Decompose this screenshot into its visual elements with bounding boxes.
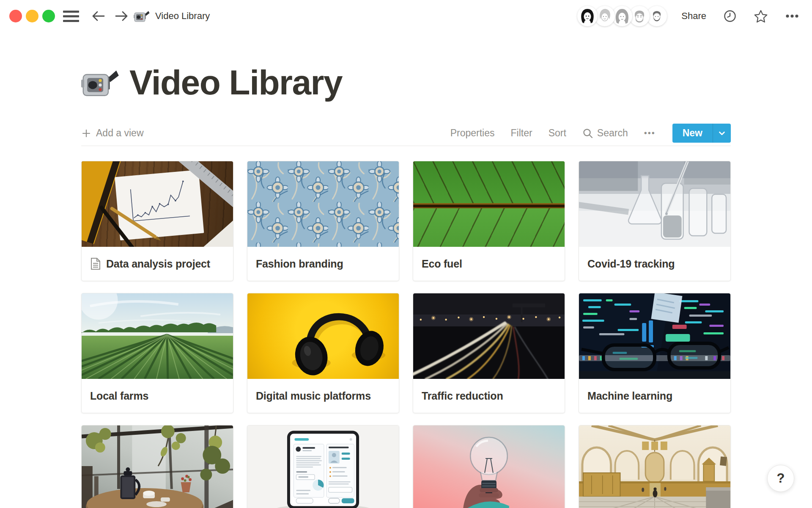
- thumbnail-tablet-dashboard: [247, 425, 399, 508]
- thumbnail-code-glasses: [579, 293, 730, 379]
- card-lightbulb-idea[interactable]: [413, 425, 565, 508]
- thumbnail-desk-chart: [82, 161, 233, 247]
- avatar[interactable]: [629, 6, 650, 26]
- new-button[interactable]: New: [672, 124, 713, 143]
- thumbnail-farm-field: [82, 293, 233, 379]
- card-digital-music[interactable]: Digital music platforms: [247, 293, 399, 413]
- card-traffic-reduction[interactable]: Traffic reduction: [413, 293, 565, 413]
- document-icon: [90, 257, 101, 270]
- search-icon: [582, 128, 593, 139]
- sidebar-menu-icon[interactable]: [63, 11, 79, 22]
- chevron-down-icon: [717, 129, 727, 138]
- thumbnail-lab-glassware: [579, 161, 730, 247]
- card-title: Traffic reduction: [422, 390, 503, 402]
- help-label: ?: [777, 471, 785, 486]
- thumbnail-hand-lightbulb: [413, 425, 565, 508]
- card-tablet-dashboard[interactable]: [247, 425, 399, 508]
- thumbnail-headphones: [247, 293, 399, 379]
- thumbnail-highway-night: [413, 293, 565, 379]
- thumbnail-floral-pattern: [247, 161, 399, 247]
- thumbnail-greenhouse-cafe: [82, 425, 233, 508]
- card-fashion-branding[interactable]: Fashion branding: [247, 161, 399, 281]
- avatar[interactable]: [612, 6, 632, 26]
- add-view-button[interactable]: Add a view: [81, 127, 144, 139]
- card-title: Digital music platforms: [256, 390, 371, 402]
- help-button[interactable]: ?: [767, 465, 794, 492]
- page-title: Video Library: [129, 62, 342, 103]
- favorite-star-icon[interactable]: [754, 9, 768, 23]
- card-title: Eco fuel: [422, 258, 462, 270]
- card-covid-tracking[interactable]: Covid-19 tracking: [579, 161, 731, 281]
- add-view-label: Add a view: [96, 127, 144, 139]
- view-toolbar: Add a view Properties Filter Sort Search…: [81, 121, 731, 146]
- close-window-button[interactable]: [9, 10, 22, 22]
- video-camera-page-emoji[interactable]: [81, 66, 119, 99]
- new-button-group: New: [672, 124, 731, 143]
- toolbar-more-button[interactable]: •••: [644, 128, 656, 138]
- forward-button[interactable]: [114, 9, 129, 23]
- traffic-lights: [9, 10, 55, 22]
- avatar[interactable]: [577, 6, 598, 26]
- zoom-window-button[interactable]: [42, 10, 55, 22]
- card-title: Data analysis project: [106, 258, 210, 270]
- video-camera-icon: [134, 9, 150, 23]
- thumbnail-church-interior: [579, 425, 730, 508]
- gallery-grid: Data analysis project: [81, 161, 731, 508]
- card-title: Local farms: [90, 390, 148, 402]
- plus-icon: [81, 128, 91, 138]
- minimize-window-button[interactable]: [26, 10, 38, 22]
- card-title: Fashion branding: [256, 258, 343, 270]
- breadcrumb-page-title[interactable]: Video Library: [155, 11, 210, 22]
- avatar[interactable]: [647, 6, 667, 26]
- collaborator-avatars: [577, 6, 667, 26]
- sort-button[interactable]: Sort: [549, 127, 566, 139]
- more-options-icon[interactable]: [785, 14, 799, 18]
- filter-button[interactable]: Filter: [511, 127, 532, 139]
- thumbnail-green-leaf: [413, 161, 565, 247]
- page-header: Video Library: [81, 62, 731, 103]
- card-church-interior[interactable]: [579, 425, 731, 508]
- card-machine-learning[interactable]: Machine learning: [579, 293, 731, 413]
- updates-clock-icon[interactable]: [723, 9, 737, 23]
- back-button[interactable]: [91, 9, 106, 23]
- card-local-farms[interactable]: Local farms: [81, 293, 233, 413]
- card-data-analysis-project[interactable]: Data analysis project: [81, 161, 233, 281]
- card-title: Machine learning: [587, 390, 672, 402]
- search-label: Search: [597, 127, 628, 139]
- card-eco-fuel[interactable]: Eco fuel: [413, 161, 565, 281]
- search-button[interactable]: Search: [582, 127, 628, 139]
- page-content: Video Library Add a view Properties Filt…: [81, 32, 731, 508]
- avatar[interactable]: [595, 6, 615, 26]
- card-greenhouse-cafe[interactable]: [81, 425, 233, 508]
- share-button[interactable]: Share: [681, 11, 706, 22]
- new-dropdown-button[interactable]: [713, 124, 731, 143]
- properties-button[interactable]: Properties: [450, 127, 495, 139]
- card-title: Covid-19 tracking: [587, 258, 675, 270]
- window-titlebar: Video Library Share: [0, 0, 812, 32]
